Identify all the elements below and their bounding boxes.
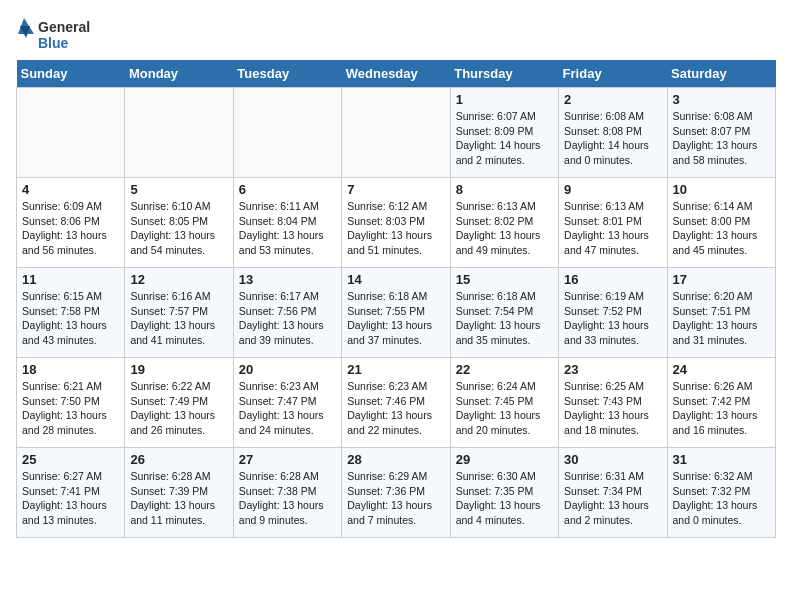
- calendar-cell: 24Sunrise: 6:26 AMSunset: 7:42 PMDayligh…: [667, 358, 775, 448]
- cell-line: Sunrise: 6:13 AM: [564, 200, 644, 212]
- calendar-cell: 29Sunrise: 6:30 AMSunset: 7:35 PMDayligh…: [450, 448, 558, 538]
- cell-line: Sunset: 8:09 PM: [456, 125, 534, 137]
- cell-line: Sunset: 7:49 PM: [130, 395, 208, 407]
- cell-line: Sunset: 7:39 PM: [130, 485, 208, 497]
- day-number: 16: [564, 272, 661, 287]
- cell-line: Daylight: 14 hours: [564, 139, 649, 151]
- page-header: General Blue: [16, 16, 776, 52]
- cell-line: Sunset: 7:46 PM: [347, 395, 425, 407]
- cell-line: Daylight: 13 hours: [456, 229, 541, 241]
- day-number: 11: [22, 272, 119, 287]
- cell-content: Sunrise: 6:26 AMSunset: 7:42 PMDaylight:…: [673, 379, 770, 438]
- cell-line: Sunset: 8:07 PM: [673, 125, 751, 137]
- cell-line: and 0 minutes.: [564, 154, 633, 166]
- calendar-cell: 16Sunrise: 6:19 AMSunset: 7:52 PMDayligh…: [559, 268, 667, 358]
- svg-text:Blue: Blue: [38, 35, 69, 51]
- weekday-header-saturday: Saturday: [667, 60, 775, 88]
- cell-content: Sunrise: 6:09 AMSunset: 8:06 PMDaylight:…: [22, 199, 119, 258]
- calendar-cell: 27Sunrise: 6:28 AMSunset: 7:38 PMDayligh…: [233, 448, 341, 538]
- calendar-cell: 19Sunrise: 6:22 AMSunset: 7:49 PMDayligh…: [125, 358, 233, 448]
- cell-line: and 45 minutes.: [673, 244, 748, 256]
- cell-line: Daylight: 13 hours: [673, 319, 758, 331]
- cell-line: Sunrise: 6:10 AM: [130, 200, 210, 212]
- day-number: 17: [673, 272, 770, 287]
- cell-content: Sunrise: 6:12 AMSunset: 8:03 PMDaylight:…: [347, 199, 444, 258]
- cell-line: Sunrise: 6:21 AM: [22, 380, 102, 392]
- cell-line: Sunset: 8:00 PM: [673, 215, 751, 227]
- calendar-cell: 23Sunrise: 6:25 AMSunset: 7:43 PMDayligh…: [559, 358, 667, 448]
- day-number: 9: [564, 182, 661, 197]
- cell-line: and 54 minutes.: [130, 244, 205, 256]
- cell-line: and 47 minutes.: [564, 244, 639, 256]
- cell-content: Sunrise: 6:07 AMSunset: 8:09 PMDaylight:…: [456, 109, 553, 168]
- cell-line: Sunrise: 6:28 AM: [130, 470, 210, 482]
- cell-line: Daylight: 13 hours: [564, 409, 649, 421]
- cell-line: and 53 minutes.: [239, 244, 314, 256]
- cell-line: and 43 minutes.: [22, 334, 97, 346]
- cell-line: Sunset: 7:45 PM: [456, 395, 534, 407]
- weekday-header-sunday: Sunday: [17, 60, 125, 88]
- calendar-week-3: 11Sunrise: 6:15 AMSunset: 7:58 PMDayligh…: [17, 268, 776, 358]
- cell-line: and 13 minutes.: [22, 514, 97, 526]
- cell-line: and 28 minutes.: [22, 424, 97, 436]
- cell-line: Sunrise: 6:24 AM: [456, 380, 536, 392]
- cell-line: Sunset: 8:03 PM: [347, 215, 425, 227]
- cell-line: Daylight: 13 hours: [130, 319, 215, 331]
- weekday-header-friday: Friday: [559, 60, 667, 88]
- calendar-cell: [233, 88, 341, 178]
- calendar-cell: 12Sunrise: 6:16 AMSunset: 7:57 PMDayligh…: [125, 268, 233, 358]
- day-number: 23: [564, 362, 661, 377]
- cell-line: and 7 minutes.: [347, 514, 416, 526]
- cell-line: Daylight: 13 hours: [239, 319, 324, 331]
- day-number: 10: [673, 182, 770, 197]
- cell-line: and 4 minutes.: [456, 514, 525, 526]
- cell-content: Sunrise: 6:08 AMSunset: 8:08 PMDaylight:…: [564, 109, 661, 168]
- weekday-header-row: SundayMondayTuesdayWednesdayThursdayFrid…: [17, 60, 776, 88]
- cell-content: Sunrise: 6:22 AMSunset: 7:49 PMDaylight:…: [130, 379, 227, 438]
- calendar-cell: 3Sunrise: 6:08 AMSunset: 8:07 PMDaylight…: [667, 88, 775, 178]
- cell-line: and 24 minutes.: [239, 424, 314, 436]
- calendar-cell: 17Sunrise: 6:20 AMSunset: 7:51 PMDayligh…: [667, 268, 775, 358]
- calendar-cell: 6Sunrise: 6:11 AMSunset: 8:04 PMDaylight…: [233, 178, 341, 268]
- cell-line: Sunset: 8:02 PM: [456, 215, 534, 227]
- cell-line: Daylight: 13 hours: [347, 229, 432, 241]
- cell-line: Daylight: 13 hours: [564, 319, 649, 331]
- cell-content: Sunrise: 6:10 AMSunset: 8:05 PMDaylight:…: [130, 199, 227, 258]
- calendar-cell: 10Sunrise: 6:14 AMSunset: 8:00 PMDayligh…: [667, 178, 775, 268]
- cell-line: Daylight: 13 hours: [456, 499, 541, 511]
- cell-line: and 11 minutes.: [130, 514, 205, 526]
- cell-content: Sunrise: 6:21 AMSunset: 7:50 PMDaylight:…: [22, 379, 119, 438]
- calendar-cell: 21Sunrise: 6:23 AMSunset: 7:46 PMDayligh…: [342, 358, 450, 448]
- cell-line: Sunrise: 6:11 AM: [239, 200, 319, 212]
- cell-line: Sunrise: 6:25 AM: [564, 380, 644, 392]
- cell-line: and 16 minutes.: [673, 424, 748, 436]
- cell-line: Sunrise: 6:20 AM: [673, 290, 753, 302]
- calendar-cell: 13Sunrise: 6:17 AMSunset: 7:56 PMDayligh…: [233, 268, 341, 358]
- cell-line: Sunrise: 6:16 AM: [130, 290, 210, 302]
- cell-line: and 26 minutes.: [130, 424, 205, 436]
- cell-line: and 39 minutes.: [239, 334, 314, 346]
- cell-line: and 20 minutes.: [456, 424, 531, 436]
- cell-line: Daylight: 13 hours: [673, 499, 758, 511]
- day-number: 15: [456, 272, 553, 287]
- weekday-header-tuesday: Tuesday: [233, 60, 341, 88]
- cell-line: Sunrise: 6:32 AM: [673, 470, 753, 482]
- cell-content: Sunrise: 6:32 AMSunset: 7:32 PMDaylight:…: [673, 469, 770, 528]
- cell-line: Daylight: 13 hours: [456, 319, 541, 331]
- cell-line: Daylight: 13 hours: [564, 229, 649, 241]
- calendar-week-1: 1Sunrise: 6:07 AMSunset: 8:09 PMDaylight…: [17, 88, 776, 178]
- cell-line: Sunset: 7:35 PM: [456, 485, 534, 497]
- day-number: 22: [456, 362, 553, 377]
- cell-line: and 31 minutes.: [673, 334, 748, 346]
- cell-line: and 0 minutes.: [673, 514, 742, 526]
- day-number: 8: [456, 182, 553, 197]
- cell-line: and 35 minutes.: [456, 334, 531, 346]
- cell-line: Sunrise: 6:28 AM: [239, 470, 319, 482]
- cell-line: Sunset: 8:08 PM: [564, 125, 642, 137]
- cell-line: Daylight: 13 hours: [564, 499, 649, 511]
- cell-line: Daylight: 13 hours: [22, 409, 107, 421]
- cell-line: Sunset: 7:42 PM: [673, 395, 751, 407]
- day-number: 3: [673, 92, 770, 107]
- calendar-cell: 9Sunrise: 6:13 AMSunset: 8:01 PMDaylight…: [559, 178, 667, 268]
- calendar-body: 1Sunrise: 6:07 AMSunset: 8:09 PMDaylight…: [17, 88, 776, 538]
